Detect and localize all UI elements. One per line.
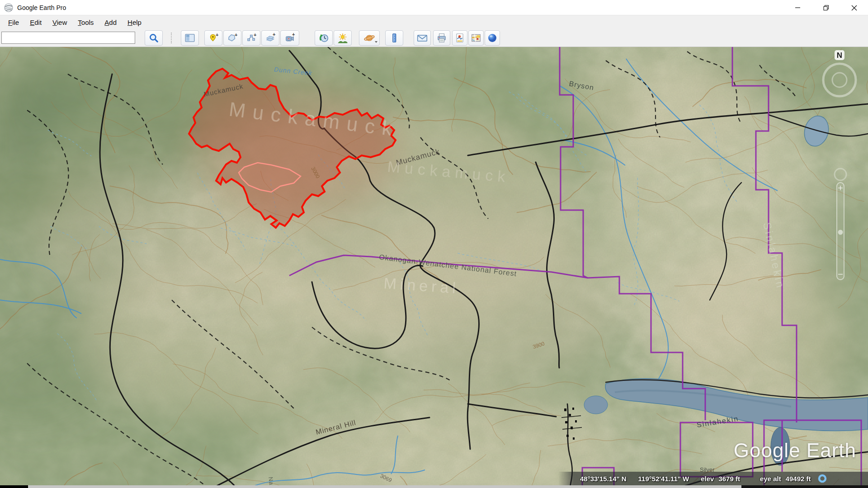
window-title: Google Earth Pro [17,4,66,11]
status-eyealt-value: 49492 ft [786,475,811,483]
save-image-button[interactable] [452,30,467,46]
svg-text:+: + [273,33,275,37]
bottom-strip-right [741,485,868,488]
planets-icon [363,33,375,43]
minimize-icon [795,5,801,10]
save-image-icon [455,33,465,43]
title-bar: Google Earth Pro [0,0,868,15]
print-button[interactable] [433,30,450,46]
bottom-strip [0,485,868,488]
menu-file[interactable]: File [3,17,24,28]
email-button[interactable] [414,30,431,46]
status-elev-label: elev [701,475,714,483]
menu-bar: File Edit View Tools Add Help [0,15,868,29]
menu-help[interactable]: Help [122,17,147,28]
add-image-overlay-button[interactable]: + [261,30,279,46]
placemark-icon: + [208,33,219,43]
minimize-button[interactable] [784,0,812,15]
image-overlay-icon: + [265,33,276,43]
status-longitude: 119°52'41.11" W [638,475,689,483]
zoom-slider-knob[interactable] [838,230,843,235]
sunlight-icon [337,33,348,43]
menu-tools[interactable]: Tools [72,17,99,28]
close-button[interactable] [840,0,868,15]
search-icon [148,33,159,43]
historical-imagery-button[interactable] [315,30,333,46]
bottom-strip-left [0,485,28,488]
svg-text:+: + [292,33,295,37]
close-icon [851,5,857,11]
view-in-google-maps-button[interactable] [468,30,484,46]
sidebar-icon [184,33,195,43]
pond-small [771,427,790,465]
google-maps-icon [471,33,481,43]
status-eyealt-label: eye alt [760,475,781,483]
path-icon: + [246,33,257,43]
dropdown-arrow-icon [374,40,378,44]
menu-view[interactable]: View [47,17,72,28]
menu-edit[interactable]: Edit [24,17,47,28]
streaming-progress-icon [817,474,827,483]
status-bar: 48°33'15.14" N 119°52'41.11" W elev 3679… [558,472,868,485]
add-path-button[interactable]: + [242,30,260,46]
google-earth-window: Google Earth Pro File Edit View T [0,0,868,488]
email-icon [416,33,428,43]
add-polygon-button[interactable]: + [223,30,241,46]
sunlight-button[interactable] [334,30,352,46]
toggle-sidebar-button[interactable] [181,30,199,46]
restore-button[interactable] [812,0,840,15]
restore-icon [823,5,829,11]
ruler-button[interactable] [385,30,403,46]
toolbar: + + + + [0,29,868,47]
record-tour-icon: + [284,33,295,43]
ruler-icon [389,33,400,43]
planets-button[interactable] [359,30,380,46]
record-tour-button[interactable]: + [280,30,299,46]
search-input[interactable] [1,32,135,44]
earth-sphere-button[interactable] [485,30,500,46]
add-placemark-button[interactable]: + [204,30,222,46]
svg-text:+: + [235,33,237,38]
earth-sphere-icon [487,33,498,43]
svg-text:+: + [254,33,256,38]
svg-text:+: + [216,33,218,38]
map-view[interactable]: MuckamuckMuckamuckMuckamuckMuckamuckDunn… [0,47,868,488]
toolbar-separator [171,33,172,43]
google-earth-logo-icon [4,3,14,13]
historical-imagery-icon [318,33,329,43]
status-elev-value: 3679 ft [718,475,740,483]
compass-north-label: N [837,51,842,60]
search-button[interactable] [145,30,163,46]
map-canvas[interactable]: MuckamuckMuckamuckMuckamuckMuckamuckDunn… [0,47,868,488]
polygon-icon: + [227,33,238,43]
menu-add[interactable]: Add [99,17,122,28]
status-latitude: 48°33'15.14" N [580,475,627,483]
print-icon [436,33,447,43]
